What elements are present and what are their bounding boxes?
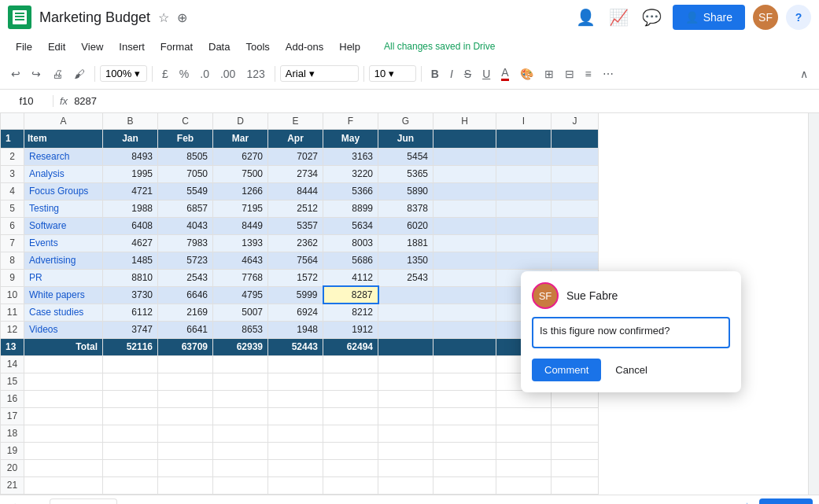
add-sheet-button[interactable]: +: [6, 498, 24, 505]
empty-cell[interactable]: [158, 476, 213, 494]
empty-cell[interactable]: [213, 476, 268, 494]
cell-4-g[interactable]: 5890: [378, 182, 433, 200]
trending-icon[interactable]: 📈: [607, 5, 632, 30]
cell-3-c[interactable]: 7050: [158, 165, 213, 182]
empty-cell[interactable]: [378, 355, 433, 373]
empty-cell[interactable]: [213, 355, 268, 373]
empty-cell[interactable]: [268, 425, 323, 442]
col-header-c[interactable]: C: [158, 113, 213, 129]
cell-11-h[interactable]: [433, 304, 496, 321]
empty-cell[interactable]: [158, 407, 213, 425]
header-cell-8[interactable]: [496, 129, 552, 148]
user-avatar[interactable]: SF: [753, 5, 778, 30]
empty-cell[interactable]: [496, 390, 552, 407]
empty-cell[interactable]: [213, 373, 268, 390]
comments-icon[interactable]: 💬: [640, 5, 665, 30]
col-header-a[interactable]: A: [24, 113, 103, 129]
empty-cell[interactable]: [496, 476, 552, 494]
empty-cell[interactable]: [103, 407, 158, 425]
bold-button[interactable]: B: [426, 64, 444, 83]
vertical-scrollbar[interactable]: [808, 113, 819, 495]
empty-cell[interactable]: [213, 407, 268, 425]
cell-12-g[interactable]: [378, 321, 433, 338]
empty-cell[interactable]: [158, 459, 213, 476]
cell-13-f[interactable]: 62494: [323, 338, 378, 355]
cell-5-e[interactable]: 2512: [268, 200, 323, 217]
empty-cell[interactable]: [24, 425, 103, 442]
cell-8-c[interactable]: 5723: [158, 252, 213, 269]
col-header-e[interactable]: E: [268, 113, 323, 129]
empty-cell[interactable]: [158, 373, 213, 390]
cell-12-f[interactable]: 1912: [323, 321, 378, 338]
empty-cell[interactable]: [268, 442, 323, 459]
empty-cell[interactable]: [24, 459, 103, 476]
empty-cell[interactable]: [24, 407, 103, 425]
col-header-j[interactable]: J: [552, 113, 599, 129]
cell-7-b[interactable]: 4627: [103, 234, 158, 252]
empty-cell[interactable]: [378, 476, 433, 494]
empty-cell[interactable]: [213, 425, 268, 442]
empty-cell[interactable]: [213, 442, 268, 459]
empty-cell[interactable]: [378, 373, 433, 390]
header-cell-9[interactable]: [552, 129, 599, 148]
empty-cell[interactable]: [158, 442, 213, 459]
empty-cell[interactable]: [552, 407, 599, 425]
empty-cell[interactable]: [268, 355, 323, 373]
cell-7-e[interactable]: 2362: [268, 234, 323, 252]
empty-cell[interactable]: [378, 442, 433, 459]
header-cell-1[interactable]: Jan: [103, 129, 158, 148]
cell-4-b[interactable]: 4721: [103, 182, 158, 200]
empty-cell[interactable]: [496, 442, 552, 459]
cell-7-c[interactable]: 7983: [158, 234, 213, 252]
empty-cell[interactable]: [323, 459, 378, 476]
font-size-select[interactable]: 10 ▾: [369, 65, 416, 82]
empty-cell[interactable]: [268, 407, 323, 425]
empty-cell[interactable]: [158, 425, 213, 442]
empty-cell[interactable]: [552, 442, 599, 459]
empty-cell[interactable]: [24, 442, 103, 459]
collapse-button[interactable]: ∧: [795, 64, 813, 83]
profile-switch-icon[interactable]: 👤: [574, 5, 599, 30]
cell-10-b[interactable]: 3730: [103, 286, 158, 304]
cell-2-j[interactable]: [552, 148, 599, 165]
empty-cell[interactable]: [433, 459, 496, 476]
highlight-color-button[interactable]: 🎨: [515, 64, 538, 83]
empty-cell[interactable]: [433, 355, 496, 373]
header-cell-6[interactable]: Jun: [378, 129, 433, 148]
empty-cell[interactable]: [103, 459, 158, 476]
cell-13-h[interactable]: [433, 338, 496, 355]
header-cell-2[interactable]: Feb: [158, 129, 213, 148]
cell-5-c[interactable]: 6857: [158, 200, 213, 217]
cell-13-a[interactable]: Total: [24, 338, 103, 355]
merge-button[interactable]: ⊟: [560, 64, 579, 83]
cell-4-d[interactable]: 1266: [213, 182, 268, 200]
empty-cell[interactable]: [24, 476, 103, 494]
cell-3-j[interactable]: [552, 165, 599, 182]
cell-6-j[interactable]: [552, 217, 599, 234]
menu-view[interactable]: View: [73, 38, 111, 56]
drive-icon[interactable]: ⊕: [175, 9, 189, 27]
cell-2-a[interactable]: Research: [24, 148, 103, 165]
cell-5-b[interactable]: 1988: [103, 200, 158, 217]
cell-13-b[interactable]: 52116: [103, 338, 158, 355]
cell-12-e[interactable]: 1948: [268, 321, 323, 338]
empty-cell[interactable]: [103, 476, 158, 494]
align-button[interactable]: ≡: [581, 64, 596, 83]
empty-cell[interactable]: [496, 459, 552, 476]
cell-10-a[interactable]: White papers: [24, 286, 103, 304]
cell-10-h[interactable]: [433, 286, 496, 304]
empty-cell[interactable]: [103, 390, 158, 407]
cell-9-d[interactable]: 7768: [213, 269, 268, 286]
header-cell-4[interactable]: Apr: [268, 129, 323, 148]
empty-cell[interactable]: [268, 373, 323, 390]
empty-cell[interactable]: [496, 425, 552, 442]
cell-11-e[interactable]: 6924: [268, 304, 323, 321]
currency-button[interactable]: £: [157, 64, 173, 83]
empty-cell[interactable]: [158, 355, 213, 373]
font-select[interactable]: Arial ▾: [280, 65, 359, 82]
paint-format-button[interactable]: 🖌: [69, 64, 90, 83]
decimal-more-button[interactable]: .00: [216, 64, 240, 83]
cell-3-e[interactable]: 2734: [268, 165, 323, 182]
cell-9-a[interactable]: PR: [24, 269, 103, 286]
empty-cell[interactable]: [552, 425, 599, 442]
